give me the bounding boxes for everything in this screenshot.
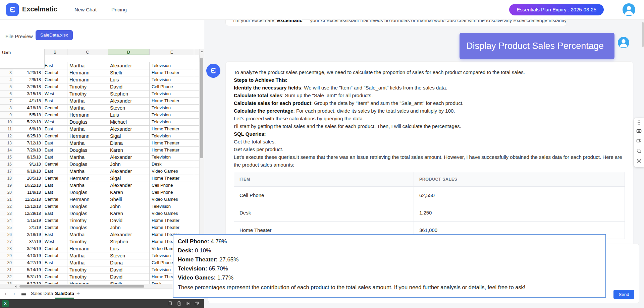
grid-cell[interactable]: East — [43, 140, 67, 147]
grid-cell-partial[interactable] — [194, 62, 199, 69]
grid-cell[interactable]: Douglas — [67, 119, 108, 126]
grid-cell[interactable]: Cell Phone — [150, 182, 194, 189]
grid-cell[interactable]: David — [108, 83, 150, 90]
row-number[interactable]: 9 — [0, 112, 14, 119]
grid-cell[interactable]: 3/15/18 — [14, 90, 43, 98]
grid-cell[interactable]: John — [108, 161, 150, 168]
grid-cell[interactable]: West — [43, 119, 67, 126]
sheet-tab-sales-data[interactable]: Sales Data — [31, 291, 53, 298]
horizontal-scroll-thumb[interactable] — [19, 285, 144, 288]
row-number[interactable]: 22 — [0, 203, 14, 210]
grid-cell[interactable]: 8/15/18 — [14, 154, 43, 161]
grid-cell[interactable]: Video Games — [150, 210, 194, 217]
camera-icon[interactable] — [636, 128, 642, 135]
grid-cell[interactable]: Home Theater — [150, 98, 194, 105]
vertical-scroll-thumb[interactable] — [200, 58, 203, 158]
grid-cell[interactable]: Alexander — [108, 62, 150, 69]
grid-cell[interactable]: 5/5/18 — [14, 112, 43, 119]
grid-cell-partial[interactable] — [194, 105, 199, 112]
grid-cell[interactable]: Diana — [108, 140, 150, 147]
column-header-partial[interactable] — [194, 49, 199, 55]
scroll-left-arrow[interactable] — [15, 285, 16, 288]
grid-cell-partial[interactable] — [194, 168, 199, 175]
copy-icon[interactable] — [636, 148, 642, 155]
grid-cell-partial[interactable] — [194, 133, 199, 140]
send-button[interactable]: Send — [613, 290, 634, 299]
row-number[interactable]: 6 — [0, 90, 14, 98]
grid-cell[interactable]: 10/22/18 — [14, 182, 43, 189]
grid-cell[interactable]: Television — [150, 105, 194, 112]
account-avatar[interactable] — [623, 3, 635, 16]
grid-cell[interactable]: East — [43, 231, 67, 238]
grid-cell[interactable]: Timothy — [67, 273, 108, 281]
excel-app-icon[interactable]: X — [2, 300, 9, 307]
grid-cell[interactable]: Martha — [67, 168, 108, 175]
grid-cell[interactable]: Hermann — [67, 196, 108, 203]
grid-cell[interactable]: East — [43, 259, 67, 266]
grid-cell[interactable]: 2/9/18 — [14, 76, 43, 83]
row-number[interactable]: 19 — [0, 182, 14, 189]
grid-cell[interactable]: East — [43, 62, 67, 69]
grid-cell[interactable]: Television — [150, 112, 194, 119]
row-number[interactable]: 20 — [0, 189, 14, 196]
grid-cell[interactable]: Martha — [67, 182, 108, 189]
grid-cell[interactable]: Martha — [67, 154, 108, 161]
grid-cell[interactable]: 1/23/18 — [14, 69, 43, 76]
grid-cell[interactable]: Michael — [108, 119, 150, 126]
grid-cell[interactable]: Central — [43, 266, 67, 273]
grid-cell[interactable]: Luis — [108, 245, 150, 252]
row-number[interactable]: 28 — [0, 245, 14, 252]
drag-handle-icon[interactable] — [638, 120, 639, 121]
grid-cell[interactable]: Steven — [108, 252, 150, 259]
grid-cell[interactable]: Central — [43, 112, 67, 119]
grid-cell-partial[interactable] — [194, 90, 199, 98]
grid-cell[interactable]: Stephen — [108, 238, 150, 245]
grid-cell[interactable]: Television — [150, 203, 194, 210]
grid-cell[interactable]: John — [108, 203, 150, 210]
row-number[interactable]: 24 — [0, 217, 14, 224]
grid-cell-partial[interactable] — [194, 217, 199, 224]
grid-cell[interactable]: Video Games — [150, 168, 194, 175]
grid-cell[interactable]: Martha — [67, 62, 108, 69]
grid-cell-partial[interactable] — [194, 175, 199, 182]
row-number[interactable]: 21 — [0, 196, 14, 203]
grid-cell[interactable]: 9/18/18 — [14, 168, 43, 175]
grid-cell[interactable]: Douglas — [67, 203, 108, 210]
row-number[interactable]: 16 — [0, 161, 14, 168]
grid-cell[interactable]: Hermann — [67, 69, 108, 76]
grid-cell[interactable]: Television — [150, 154, 194, 161]
grid-cell-partial[interactable] — [194, 98, 199, 105]
grid-cell[interactable]: Hermann — [67, 76, 108, 83]
row-number[interactable]: 30 — [0, 259, 14, 266]
grid-cell[interactable]: Stephen — [108, 90, 150, 98]
grid-cell[interactable]: Hermann — [67, 245, 108, 252]
grid-cell[interactable]: Item — [0, 49, 45, 69]
grid-cell[interactable]: Television — [150, 62, 194, 69]
grid-cell[interactable]: 4/18/18 — [14, 105, 43, 112]
row-number[interactable]: 11 — [0, 126, 14, 133]
column-header-e[interactable]: E — [150, 49, 194, 55]
scroll-up-arrow[interactable] — [200, 49, 204, 54]
add-sheet-button[interactable]: + — [76, 290, 80, 297]
grid-cell[interactable]: 10/5/18 — [14, 175, 43, 182]
grid-cell[interactable]: 5/31/19 — [14, 273, 43, 281]
grid-cell[interactable]: East — [43, 210, 67, 217]
grid-cell[interactable]: East — [43, 189, 67, 196]
grid-cell[interactable]: Timothy — [67, 238, 108, 245]
grid-cell-partial[interactable] — [194, 69, 199, 76]
grid-cell[interactable]: Luis — [108, 76, 150, 83]
grid-cell[interactable]: 11/25/18 — [14, 196, 43, 203]
grid-cell[interactable]: 4/1/18 — [14, 98, 43, 105]
column-header-c[interactable]: C — [67, 49, 108, 55]
grid-cell-partial[interactable] — [194, 161, 199, 168]
grid-cell[interactable]: 2/1/19 — [14, 224, 43, 231]
grid-cell[interactable]: Steven — [108, 105, 150, 112]
clipboard-check-icon[interactable] — [177, 301, 182, 307]
grid-cell[interactable]: 12/12/18 — [14, 203, 43, 210]
grid-cell-partial[interactable] — [194, 140, 199, 147]
grid-cell[interactable]: Luis — [108, 112, 150, 119]
grid-cell[interactable]: Martha — [67, 252, 108, 259]
grid-cell[interactable]: 4/10/19 — [14, 252, 43, 259]
grid-cell-partial[interactable] — [194, 147, 199, 154]
grid-cell[interactable]: Martha — [67, 231, 108, 238]
